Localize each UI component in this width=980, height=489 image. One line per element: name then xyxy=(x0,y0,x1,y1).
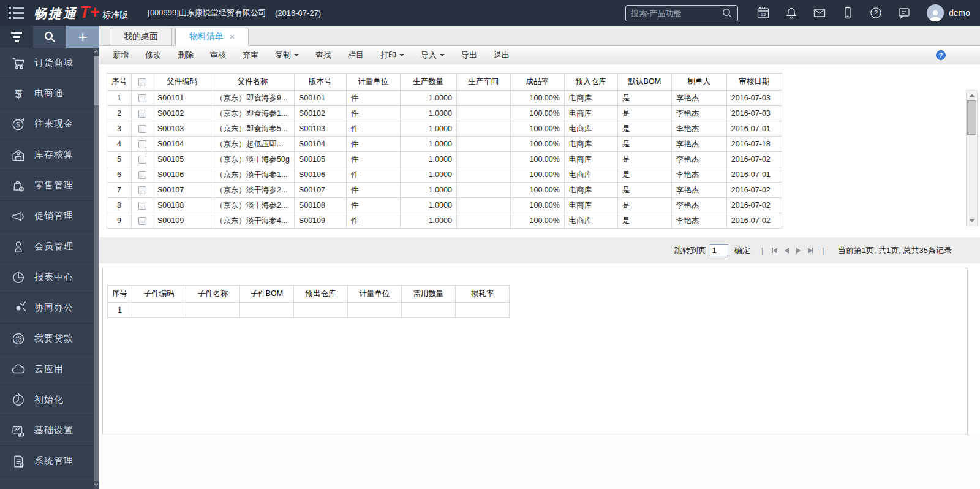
table-row[interactable]: 2S00102（京东）即食海参1...S00102件1.0000100.00%电… xyxy=(107,106,782,121)
exit-button[interactable]: 退出 xyxy=(494,50,510,61)
cell: （京东）淡干海参2... xyxy=(211,183,295,198)
column-header xyxy=(132,74,153,91)
toolbar-help-icon[interactable]: ? xyxy=(936,50,946,60)
row-checkbox[interactable] xyxy=(138,156,146,164)
sidebar-item-loan[interactable]: 贷我要贷款 xyxy=(0,324,94,354)
row-checkbox[interactable] xyxy=(138,140,146,148)
cell: 100.00% xyxy=(510,183,564,198)
table-row[interactable]: 1S00101（京东）即食海参9...S00101件1.0000100.00%电… xyxy=(107,91,782,106)
sidebar-filter-button[interactable] xyxy=(0,26,33,48)
table-row[interactable]: 5S00105（京东）淡干海参50gS00105件1.0000100.00%电商… xyxy=(107,152,782,167)
unaudit-button[interactable]: 弃审 xyxy=(243,50,258,61)
cell: 8 xyxy=(107,198,132,213)
select-all-checkbox[interactable] xyxy=(138,78,146,86)
sidebar-item-initialization[interactable]: 初始化 xyxy=(0,385,94,415)
table-row[interactable]: 7S00107（京东）淡干海参2...S00107件1.0000100.00%电… xyxy=(107,183,782,198)
cell: 是 xyxy=(617,213,671,229)
search-icon xyxy=(43,31,56,43)
sidebar-item-member[interactable]: 会员管理 xyxy=(0,232,94,262)
calendar-icon[interactable]: 15 xyxy=(756,6,771,20)
scroll-up-icon[interactable] xyxy=(94,48,99,56)
global-search[interactable] xyxy=(625,5,738,21)
table-row[interactable]: 3S00103（京东）即食海参5...S00103件1.0000100.00%电… xyxy=(107,121,782,137)
print-button[interactable]: 打印 xyxy=(380,50,404,61)
row-checkbox[interactable] xyxy=(138,171,146,179)
table-row[interactable]: 6S00106（京东）淡干海参1...S00106件1.0000100.00%电… xyxy=(107,167,782,183)
scrollbar-thumb[interactable] xyxy=(967,100,976,135)
sidebar-item-system-management[interactable]: 系统管理 xyxy=(0,446,94,477)
grid-scrollbar[interactable] xyxy=(966,90,978,226)
sidebar-scrollbar[interactable] xyxy=(94,48,99,489)
bell-icon[interactable] xyxy=(784,6,799,20)
table-row[interactable]: 1 xyxy=(108,303,510,318)
page-number-input[interactable] xyxy=(710,245,728,256)
cell xyxy=(294,303,348,318)
cell xyxy=(132,183,153,198)
audit-button[interactable]: 审核 xyxy=(210,50,226,61)
add-button[interactable]: 新增 xyxy=(113,50,129,61)
help-icon[interactable]: ? xyxy=(869,6,883,20)
import-button[interactable]: 导入 xyxy=(421,50,445,61)
sidebar-item-ecommerce[interactable]: $电商通 xyxy=(0,78,94,109)
row-checkbox[interactable] xyxy=(138,94,146,102)
sidebar-item-basic-settings[interactable]: 基础设置 xyxy=(0,415,94,446)
sidebar-item-cloud-apps[interactable]: 云应用 xyxy=(0,354,94,385)
scroll-up-icon[interactable] xyxy=(967,91,977,100)
row-checkbox[interactable] xyxy=(138,186,146,194)
tab-my-desktop[interactable]: 我的桌面 xyxy=(110,28,172,46)
button-label: 修改 xyxy=(145,50,161,61)
cell xyxy=(132,152,153,167)
sidebar-item-label: 我要贷款 xyxy=(34,333,74,344)
delete-button[interactable]: 删除 xyxy=(178,50,194,61)
table-row[interactable]: 4S00104（京东）超低压即...S00104件1.0000100.00%电商… xyxy=(107,137,782,152)
find-button[interactable]: 查找 xyxy=(315,50,331,61)
scrollbar-thumb[interactable] xyxy=(94,56,99,105)
first-page-icon[interactable] xyxy=(772,248,777,254)
mail-icon[interactable] xyxy=(812,6,827,20)
copy-button[interactable]: 复制 xyxy=(275,50,299,61)
sidebar-item-cash[interactable]: $往来现金 xyxy=(0,109,94,140)
row-checkbox[interactable] xyxy=(138,125,146,133)
mobile-icon[interactable] xyxy=(840,6,855,20)
user-avatar[interactable] xyxy=(927,4,944,21)
sidebar-search-button[interactable] xyxy=(33,26,66,48)
prev-page-icon[interactable] xyxy=(785,248,789,254)
row-checkbox[interactable] xyxy=(138,202,146,210)
sidebar-item-reports[interactable]: 报表中心 xyxy=(0,262,94,293)
modify-button[interactable]: 修改 xyxy=(145,50,161,61)
button-label: 复制 xyxy=(275,50,291,61)
sidebar-item-collaboration[interactable]: 协同办公 xyxy=(0,293,94,324)
feedback-icon[interactable] xyxy=(897,6,911,20)
scroll-down-icon[interactable] xyxy=(967,216,977,226)
table-row[interactable]: 9S00109（京东）淡干海参4...S00109件1.0000100.00%电… xyxy=(107,213,782,229)
goto-confirm-button[interactable]: 确定 xyxy=(734,245,750,256)
svg-text:$: $ xyxy=(15,88,21,100)
main-menu-icon[interactable] xyxy=(9,7,24,19)
username[interactable]: demo xyxy=(949,8,970,18)
row-checkbox[interactable] xyxy=(138,217,146,225)
sidebar-item-order-mall[interactable]: 订货商城 xyxy=(0,48,94,78)
columns-button[interactable]: 栏目 xyxy=(348,50,364,61)
last-page-icon[interactable] xyxy=(808,248,813,254)
sidebar-add-button[interactable]: + xyxy=(66,26,99,48)
row-checkbox[interactable] xyxy=(138,110,146,118)
export-button[interactable]: 导出 xyxy=(461,50,477,61)
next-page-icon[interactable] xyxy=(796,248,801,254)
sidebar-item-retail[interactable]: $零售管理 xyxy=(0,170,94,201)
sidebar-menu: 订货商城$电商通$往来现金库存核算$零售管理促销管理会员管理报表中心协同办公贷我… xyxy=(0,48,94,489)
sidebar-item-promotion[interactable]: 促销管理 xyxy=(0,201,94,232)
warehouse-icon xyxy=(11,148,26,162)
table-row[interactable]: 8S00108（京东）淡干海参2...S00108件1.0000100.00%电… xyxy=(107,198,782,213)
cell: 2016-07-01 xyxy=(726,167,782,183)
ecommerce-icon: $ xyxy=(11,86,26,101)
tab-material-list[interactable]: 物料清单× xyxy=(175,28,249,46)
cell: 李艳杰 xyxy=(671,121,726,137)
close-icon[interactable]: × xyxy=(230,32,235,42)
search-icon[interactable] xyxy=(722,7,733,18)
scroll-down-icon[interactable] xyxy=(94,481,99,489)
sidebar-item-label: 库存核算 xyxy=(34,149,74,161)
search-input[interactable] xyxy=(631,9,722,18)
sidebar-item-inventory[interactable]: 库存核算 xyxy=(0,140,94,170)
column-header: 子件名称 xyxy=(186,286,240,303)
logo-product: T+ xyxy=(80,4,99,21)
